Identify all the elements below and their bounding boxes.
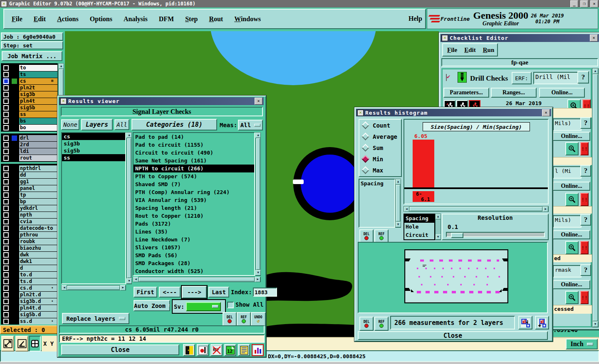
layer-row[interactable]: rout: [1, 155, 57, 161]
stat-mode-radio[interactable]: Average: [359, 131, 401, 142]
viewer-layer-item[interactable]: sig3b: [62, 140, 125, 147]
results-viewer-titlebar[interactable]: ✕ Results viewer ✕: [59, 97, 264, 105]
menu-item[interactable]: Step: [185, 15, 198, 23]
checklist-scrollbar[interactable]: ▲ ▼: [592, 68, 599, 327]
layer-checkbox[interactable]: [3, 155, 9, 161]
layer-name[interactable]: pln2t.d: [19, 291, 58, 298]
board-preview[interactable]: [404, 249, 508, 303]
layer-checkbox[interactable]: [3, 166, 9, 171]
layer-row[interactable]: roubk: [1, 238, 57, 245]
delete-measure-button[interactable]: DEL: [223, 312, 237, 326]
layer-checkbox[interactable]: [3, 172, 9, 178]
scroll-right-icon[interactable]: ▶: [120, 285, 126, 290]
layer-checkbox[interactable]: [3, 98, 9, 104]
layer-name[interactable]: pln4t: [19, 98, 58, 105]
category-list[interactable]: Pad to pad (14) Pad to circuit (1155) Ci…: [133, 132, 255, 276]
layer-row[interactable]: pln2t.d: [1, 291, 57, 298]
layer-name[interactable]: biaozhu: [19, 245, 58, 252]
layers-all-button[interactable]: All: [114, 119, 129, 130]
menu-item-help[interactable]: Help: [408, 15, 422, 22]
layer-checkbox[interactable]: [3, 299, 9, 304]
scroll-down-icon[interactable]: ▼: [126, 278, 132, 284]
measure-type-item[interactable]: Spacing: [359, 180, 394, 188]
checklist-menu-item[interactable]: Run: [483, 47, 495, 54]
layer-row[interactable]: sig5b.d: [1, 311, 57, 318]
zoom-results-button[interactable]: [565, 142, 579, 155]
layer-row[interactable]: datecode-to: [1, 225, 57, 231]
series-item[interactable]: Circuit: [404, 231, 434, 239]
layer-name[interactable]: ydkdrl: [19, 205, 58, 212]
layer-row[interactable]: gg1: [1, 178, 57, 185]
category-item[interactable]: SMD Packages (28): [134, 259, 254, 267]
prev-button[interactable]: <---: [159, 287, 181, 298]
drill-checks-checkbox[interactable]: [446, 74, 447, 81]
show-all-checkbox[interactable]: [227, 302, 234, 308]
stat-mode-radio[interactable]: Min: [359, 153, 401, 165]
layer-row[interactable]: panel: [1, 185, 57, 192]
online-button[interactable]: Online...: [553, 132, 590, 141]
histogram-bar[interactable]: [413, 140, 434, 187]
help-button[interactable]: ?: [580, 117, 591, 129]
layer-row[interactable]: npthdrl: [1, 165, 57, 172]
viewer-layer-list[interactable]: cs sig3b sig5b ss: [61, 132, 126, 284]
layer-checkbox[interactable]: [3, 118, 9, 124]
layer-name[interactable]: 2rd: [19, 141, 58, 148]
reference-measure-button[interactable]: REF: [374, 229, 389, 243]
category-item[interactable]: Slivers (1057): [134, 243, 254, 251]
layer-row[interactable]: pln4t.d: [1, 305, 57, 311]
menu-item[interactable]: Analysis: [124, 15, 148, 23]
layer-row[interactable]: biaozhu: [1, 245, 57, 251]
layer-checkbox[interactable]: [3, 259, 9, 264]
layer-checkbox[interactable]: [3, 266, 9, 271]
layer-row[interactable]: pthrou: [1, 231, 57, 238]
scroll-thumb[interactable]: [256, 138, 260, 270]
layer-name[interactable]: bo: [19, 124, 58, 131]
layer-name[interactable]: ts.d: [19, 278, 58, 285]
layer-row[interactable]: pln4t: [1, 98, 57, 104]
scroll-up-icon[interactable]: ▲: [396, 179, 401, 184]
online-button[interactable]: Online...: [553, 182, 590, 191]
scroll-up-icon[interactable]: ▲: [59, 64, 64, 69]
category-item[interactable]: VIA Annular ring (539): [134, 196, 254, 204]
layer-row[interactable]: cs.d ✦: [1, 285, 57, 291]
layer-name[interactable]: ldi: [19, 148, 58, 155]
last-button[interactable]: Last: [208, 287, 229, 298]
layer-row[interactable]: ldi: [1, 148, 57, 155]
scroll-thumb[interactable]: [67, 286, 120, 290]
category-item[interactable]: Lines (35): [134, 228, 254, 236]
layer-checkbox[interactable]: [3, 149, 9, 154]
layer-checkbox[interactable]: [3, 206, 9, 211]
series-scrollbar[interactable]: ▲ ▼: [435, 214, 441, 240]
exit-tool-button[interactable]: [183, 344, 195, 356]
viewer-layer-item[interactable]: sig5b: [62, 147, 125, 154]
scroll-down-icon[interactable]: ▼: [593, 322, 598, 327]
layer-row[interactable]: npth: [1, 212, 57, 218]
grid-window-button[interactable]: [29, 336, 41, 352]
category-item[interactable]: Conductor width (525): [134, 267, 254, 275]
alert-button[interactable]: !!: [580, 142, 589, 155]
erf-name-field[interactable]: Mils): [553, 215, 582, 228]
layer-checkbox[interactable]: [3, 219, 9, 224]
layer-name[interactable]: to: [19, 64, 58, 71]
results-viewer-close-icon[interactable]: ✕: [255, 98, 262, 105]
help-button[interactable]: ?: [580, 264, 591, 276]
online-button[interactable]: Online...: [539, 88, 585, 98]
histogram-close-button[interactable]: Close: [358, 331, 548, 340]
stat-mode-radio[interactable]: Sum: [359, 142, 401, 153]
menu-item[interactable]: File: [12, 15, 22, 23]
layer-name[interactable]: sig5b.d: [19, 311, 58, 318]
job-matrix-button[interactable]: Job Matrix ...: [2, 51, 62, 61]
layer-checkbox[interactable]: [3, 186, 9, 191]
layer-name[interactable]: npthdrl: [19, 165, 58, 172]
layer-name[interactable]: dwk1: [19, 258, 58, 265]
layer-name[interactable]: gg1: [19, 178, 58, 185]
layer-row[interactable]: to.d: [1, 271, 57, 278]
menu-item[interactable]: DFM: [159, 15, 174, 23]
layer-checkbox[interactable]: [3, 232, 9, 238]
checklist-menu-item[interactable]: Edit: [464, 47, 476, 54]
reference-measure-button[interactable]: REF: [374, 317, 389, 331]
layer-checkbox[interactable]: [3, 105, 9, 111]
layer-row[interactable]: dwk: [1, 251, 57, 258]
layer-checkbox[interactable]: [3, 246, 9, 251]
viewer-layer-item[interactable]: cs: [62, 133, 125, 140]
